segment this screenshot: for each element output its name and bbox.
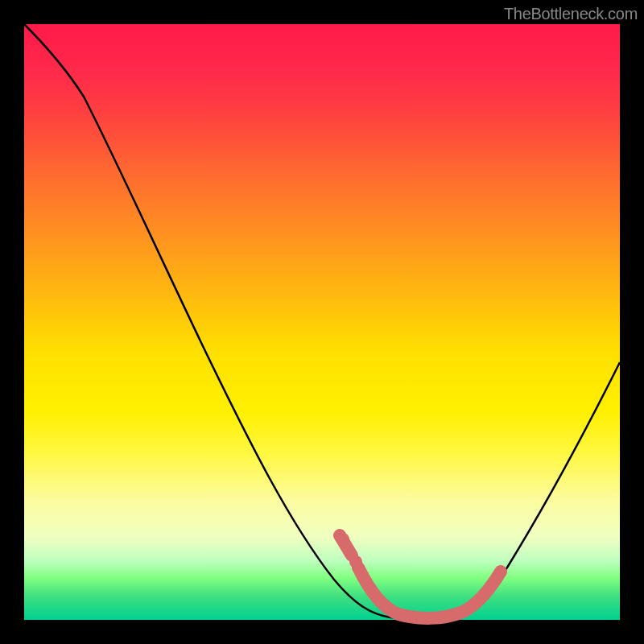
watermark: TheBottleneck.com [504, 5, 638, 23]
chart-svg [24, 24, 620, 620]
highlight-band [340, 535, 501, 618]
bottleneck-curve [24, 24, 620, 619]
highlight-dot [349, 555, 362, 568]
highlight-dot [336, 533, 349, 546]
